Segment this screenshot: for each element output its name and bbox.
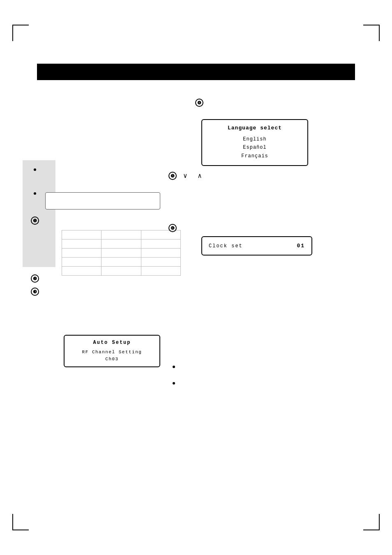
step3-number: ❸ [31, 288, 39, 296]
step1-number: ❶ [31, 216, 39, 225]
step2-marker: ❷ [31, 274, 39, 283]
step3-marker: ❸ [31, 288, 39, 296]
table-cell [62, 240, 101, 249]
step5-number: ❺ [168, 172, 177, 180]
table-cell [141, 249, 180, 258]
step4-number: ❹ [195, 99, 203, 107]
table-cell [141, 258, 180, 267]
table-cell [62, 258, 101, 267]
step5-arrows: ∨ ∧ [183, 172, 205, 180]
clock-set-number: 01 [297, 243, 305, 249]
corner-mark-bl [12, 514, 29, 530]
corner-mark-tl [12, 25, 29, 41]
clock-set-label: Clock set [209, 243, 243, 249]
language-select-title: Language select [209, 125, 301, 131]
table-cell [62, 267, 101, 276]
table-row [62, 258, 181, 267]
step6-number: ❻ [168, 224, 177, 232]
step1-marker: ❶ [31, 216, 39, 225]
step5-area: ❺ ∨ ∧ [168, 172, 205, 180]
language-options: English Español Français [209, 135, 301, 160]
table-cell [141, 240, 180, 249]
table-row [62, 230, 181, 240]
rf-channel-label: RF Channel Setting [70, 349, 154, 356]
step2-number: ❷ [31, 274, 39, 283]
bullet-dot-2 [34, 192, 36, 195]
step4-marker: ❹ [195, 99, 203, 107]
table-cell [141, 267, 180, 276]
input-box[interactable] [45, 192, 160, 210]
language-select-box: Language select English Español Français [201, 119, 308, 166]
table-row [62, 249, 181, 258]
auto-setup-content: RF Channel Setting Ch03 [70, 349, 154, 362]
table-cell [101, 240, 141, 249]
language-option-espanol[interactable]: Español [209, 143, 301, 152]
right-bullet-2 [173, 382, 175, 385]
channel-table [62, 230, 181, 276]
table-cell [101, 258, 141, 267]
table-cell [101, 267, 141, 276]
auto-setup-title: Auto Setup [70, 340, 154, 345]
rf-channel-value: Ch03 [70, 356, 154, 363]
clock-set-box: Clock set 01 [201, 236, 312, 256]
bullet-dot-1 [34, 168, 36, 171]
auto-setup-box: Auto Setup RF Channel Setting Ch03 [64, 335, 160, 367]
table-cell [62, 230, 101, 240]
table-cell [101, 249, 141, 258]
table-row [62, 267, 181, 276]
right-bullet-1 [173, 366, 175, 368]
left-panel [23, 160, 55, 267]
corner-mark-br [363, 514, 380, 530]
table-cell [62, 249, 101, 258]
language-option-francais[interactable]: Français [209, 152, 301, 160]
table-row [62, 240, 181, 249]
clock-set-header: Clock set 01 [209, 243, 305, 249]
step6-marker: ❻ [168, 224, 177, 232]
corner-mark-tr [363, 25, 380, 41]
table-cell [101, 230, 141, 240]
language-option-english[interactable]: English [209, 135, 301, 143]
header-bar [37, 64, 355, 80]
